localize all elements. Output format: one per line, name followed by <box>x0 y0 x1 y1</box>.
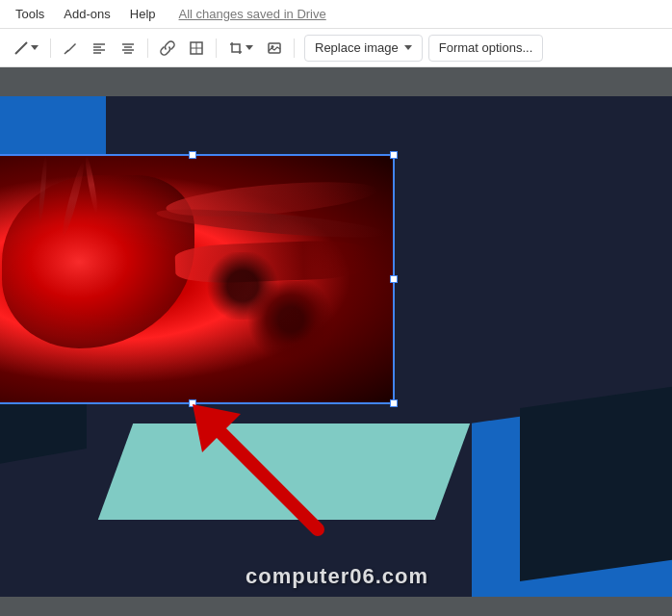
saved-status: All changes saved in Drive <box>179 7 326 21</box>
replace-image-label: Replace image <box>315 40 399 55</box>
watermark: computer06.com <box>246 564 428 589</box>
crop-dropdown-icon <box>246 45 253 50</box>
creature-body <box>2 175 194 348</box>
toolbar: Replace image Format options... <box>0 29 672 67</box>
toolbar-divider-3 <box>216 38 217 58</box>
format-options-label: Format options... <box>439 40 533 55</box>
image-mask-button[interactable] <box>261 35 288 62</box>
svg-line-1 <box>65 50 68 54</box>
menu-help[interactable]: Help <box>122 5 164 23</box>
shape-dark-right <box>520 381 672 581</box>
menu-addons[interactable]: Add-ons <box>56 5 117 23</box>
toolbar-divider-1 <box>50 38 51 58</box>
menu-bar: Tools Add-ons Help All changes saved in … <box>0 0 672 29</box>
selected-image[interactable] <box>0 154 395 404</box>
replace-image-button[interactable]: Replace image <box>304 35 423 62</box>
pen-tool-button[interactable] <box>57 35 84 62</box>
table-icon <box>189 40 204 56</box>
slide-background: computer06.com <box>0 96 672 597</box>
line-tool-button[interactable] <box>8 35 44 62</box>
handle-bot-center[interactable] <box>189 399 196 407</box>
crop-icon <box>228 40 244 56</box>
replace-image-dropdown-icon <box>404 45 412 50</box>
align-center-icon <box>120 40 136 56</box>
align-center-button[interactable] <box>115 35 142 62</box>
pen-icon <box>63 40 78 56</box>
format-options-button[interactable]: Format options... <box>428 35 544 62</box>
align-left-icon <box>91 40 107 56</box>
image-content <box>0 156 393 402</box>
canvas-area: computer06.com <box>0 67 672 616</box>
svg-line-0 <box>15 42 27 54</box>
handle-top-right[interactable] <box>390 151 398 159</box>
link-button[interactable] <box>154 35 181 62</box>
crop-button[interactable] <box>222 35 259 62</box>
align-left-button[interactable] <box>86 35 113 62</box>
table-button[interactable] <box>183 35 210 62</box>
handle-top-center[interactable] <box>189 151 196 159</box>
line-tool-dropdown-icon <box>31 45 39 50</box>
link-icon <box>160 40 175 56</box>
handle-bot-right[interactable] <box>390 399 398 407</box>
line-tool-icon <box>13 40 29 56</box>
shape-teal <box>98 424 470 520</box>
toolbar-divider-4 <box>294 38 295 58</box>
toolbar-divider-2 <box>147 38 148 58</box>
handle-mid-right[interactable] <box>390 275 398 283</box>
menu-tools[interactable]: Tools <box>8 5 52 23</box>
dark-spot-2 <box>243 281 339 358</box>
image-mask-icon <box>267 40 282 56</box>
